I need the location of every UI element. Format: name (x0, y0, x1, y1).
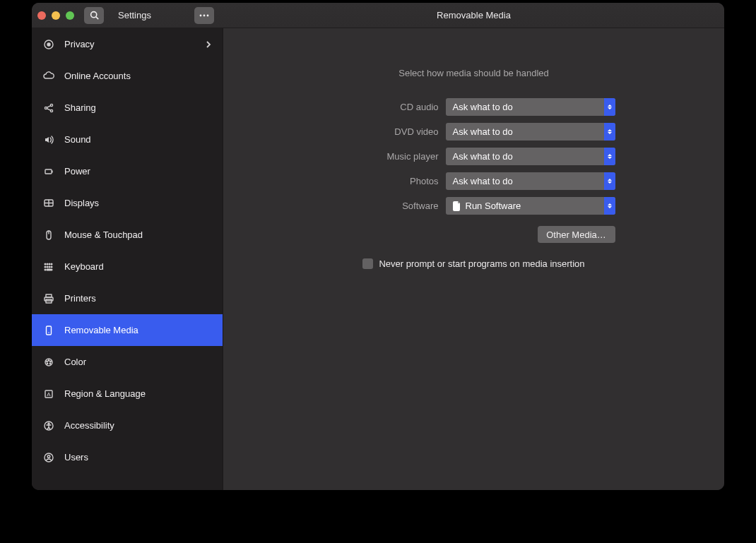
sidebar-item-mouse-touchpad[interactable]: Mouse & Touchpad (32, 219, 223, 251)
titlebar: Settings Removable Media (32, 3, 724, 28)
select-arrow-icon (604, 123, 615, 141)
sidebar-item-online-accounts[interactable]: Online Accounts (32, 60, 223, 92)
sidebar-item-label: Power (64, 166, 90, 177)
other-media-button[interactable]: Other Media… (538, 226, 615, 243)
printers-icon (43, 293, 54, 304)
select-photos[interactable]: Ask what to do (446, 172, 615, 190)
media-form: CD audioAsk what to doDVD videoAsk what … (333, 98, 615, 215)
chevron-right-icon (206, 40, 211, 49)
select-value: Ask what to do (453, 102, 513, 112)
svg-rect-12 (45, 169, 52, 174)
form-label-dvd-video: DVD video (333, 126, 439, 137)
svg-point-27 (45, 269, 46, 270)
traffic-lights (37, 11, 74, 20)
sidebar-item-users[interactable]: Users (32, 441, 223, 473)
sidebar-item-power[interactable]: Power (32, 155, 223, 187)
color-icon (43, 357, 54, 368)
intro-text: Select how media should be handled (398, 68, 548, 78)
sidebar-item-removable-media[interactable]: Removable Media (32, 314, 223, 346)
sidebar-item-displays[interactable]: Displays (32, 187, 223, 219)
select-arrow-icon (604, 148, 615, 165)
sidebar-item-label: Region & Language (64, 388, 146, 399)
sidebar-item-label: Removable Media (64, 325, 138, 335)
accessibility-icon (43, 420, 54, 431)
displays-icon (43, 198, 54, 209)
svg-line-10 (47, 105, 50, 107)
svg-point-29 (51, 269, 52, 270)
svg-point-37 (50, 361, 51, 362)
region-icon: A (43, 388, 54, 400)
search-icon (90, 11, 99, 20)
never-prompt-checkbox[interactable] (362, 258, 373, 269)
close-icon[interactable] (37, 11, 46, 20)
sidebar-item-printers[interactable]: Printers (32, 282, 223, 314)
select-arrow-icon (604, 172, 615, 190)
sidebar-item-accessibility[interactable]: Accessibility (32, 410, 223, 441)
sidebar-item-label: Online Accounts (64, 71, 131, 81)
share-icon (43, 102, 54, 114)
sidebar-item-label: Color (64, 357, 86, 367)
minimize-icon[interactable] (52, 11, 60, 20)
button-row: Other Media… (333, 226, 615, 243)
sidebar-item-label: Printers (64, 293, 96, 304)
form-label-music-player: Music player (333, 151, 439, 162)
svg-rect-33 (47, 326, 52, 335)
sidebar-item-keyboard[interactable]: Keyboard (32, 251, 223, 282)
svg-line-1 (95, 17, 98, 19)
sidebar-item-region-language[interactable]: ARegion & Language (32, 378, 223, 410)
never-prompt-row[interactable]: Never prompt or start programs on media … (362, 258, 584, 269)
svg-point-4 (207, 14, 209, 16)
file-icon (453, 201, 461, 211)
select-value: Run Software (466, 201, 521, 211)
svg-point-46 (47, 455, 50, 458)
settings-window: Settings Removable Media PrivacyOnline A… (32, 3, 724, 490)
sidebar[interactable]: PrivacyOnline AccountsSharingSoundPowerD… (32, 28, 223, 490)
svg-point-23 (45, 266, 46, 268)
never-prompt-label: Never prompt or start programs on media … (379, 258, 584, 269)
form-label-software: Software (333, 201, 439, 211)
menu-button[interactable] (194, 7, 214, 24)
svg-point-20 (47, 263, 48, 265)
svg-point-38 (49, 363, 50, 364)
sidebar-item-label: Keyboard (64, 261, 104, 272)
form-label-photos: Photos (333, 176, 439, 186)
svg-point-39 (47, 363, 47, 364)
svg-point-19 (45, 263, 46, 265)
keyboard-icon (43, 261, 54, 273)
sidebar-item-sharing[interactable]: Sharing (32, 92, 223, 124)
users-icon (43, 452, 54, 463)
select-arrow-icon (604, 197, 615, 215)
select-music-player[interactable]: Ask what to do (446, 148, 615, 165)
sidebar-item-sound[interactable]: Sound (32, 124, 223, 155)
select-value: Ask what to do (453, 151, 513, 162)
svg-point-40 (47, 361, 47, 362)
cloud-icon (43, 71, 54, 82)
svg-point-21 (49, 263, 50, 265)
privacy-icon (43, 39, 54, 50)
search-button[interactable] (84, 7, 104, 24)
svg-text:A: A (47, 391, 51, 398)
maximize-icon[interactable] (66, 11, 74, 20)
main-pane: Select how media should be handled CD au… (223, 28, 724, 490)
window-title: Removable Media (223, 10, 724, 20)
svg-point-0 (90, 12, 96, 18)
removable-media-icon (43, 325, 54, 336)
svg-point-3 (203, 14, 206, 16)
dots-icon (199, 14, 209, 17)
select-dvd-video[interactable]: Ask what to do (446, 123, 615, 141)
svg-point-25 (49, 266, 50, 268)
sidebar-item-label: Mouse & Touchpad (64, 229, 143, 240)
sidebar-item-label: Users (64, 452, 88, 463)
select-software[interactable]: Run Software (446, 197, 615, 215)
select-cd-audio[interactable]: Ask what to do (446, 98, 615, 116)
svg-point-22 (51, 263, 52, 265)
sidebar-item-label: Accessibility (64, 420, 114, 431)
svg-point-6 (47, 43, 50, 46)
svg-line-11 (47, 108, 50, 110)
sidebar-item-privacy[interactable]: Privacy (32, 28, 223, 60)
select-arrow-icon (604, 98, 615, 116)
svg-point-44 (48, 423, 49, 424)
sidebar-item-color[interactable]: Color (32, 346, 223, 378)
settings-label: Settings (118, 10, 151, 20)
svg-point-2 (200, 14, 202, 16)
